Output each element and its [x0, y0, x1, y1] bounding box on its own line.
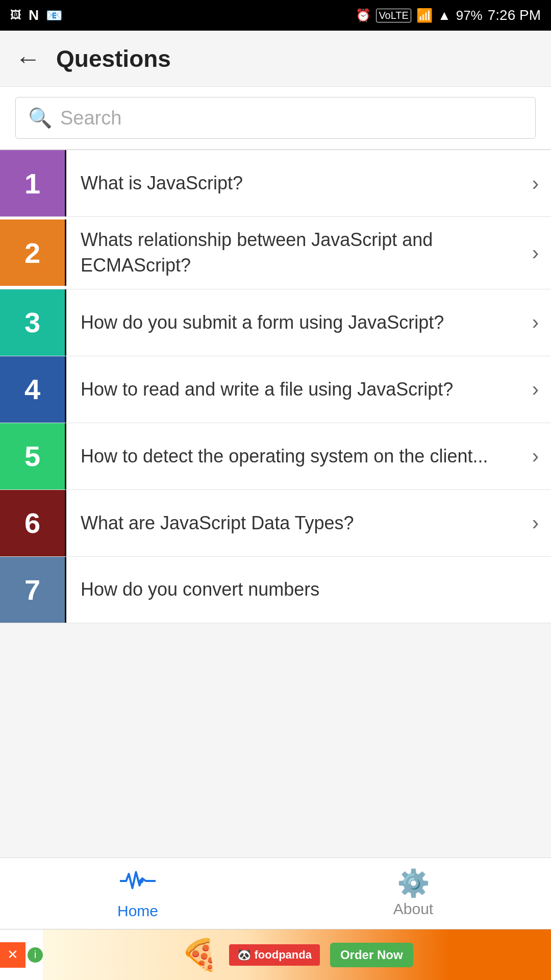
back-button[interactable]: ←	[15, 46, 41, 71]
question-item-3[interactable]: 3How do you submit a form using JavaScri…	[0, 289, 551, 356]
chevron-right-icon-2: ›	[532, 241, 551, 264]
search-bar: 🔍	[0, 87, 551, 150]
question-number-3: 3	[0, 289, 66, 356]
question-item-1[interactable]: 1What is JavaScript?›	[0, 150, 551, 217]
chevron-right-icon-6: ›	[532, 511, 551, 534]
signal-icon: ▲	[438, 8, 451, 23]
nav-item-home[interactable]: Home	[0, 868, 276, 920]
chevron-right-icon-1: ›	[532, 172, 551, 195]
question-text-2: Whats relationship between JavaScript an…	[66, 217, 532, 289]
question-text-5: How to detect the operating system on th…	[66, 433, 532, 479]
question-number-2: 2	[0, 219, 66, 286]
search-icon: 🔍	[28, 107, 52, 129]
ad-content[interactable]: 🍕 🐼 foodpanda Order Now	[43, 929, 551, 980]
question-text-7: How do you convert numbers	[66, 567, 551, 612]
ad-info-icon[interactable]: i	[28, 947, 43, 963]
bottom-nav: Home ⚙️ About	[0, 857, 551, 929]
gear-icon: ⚙️	[397, 870, 430, 896]
alarm-icon: ⏰	[356, 8, 371, 22]
svg-point-0	[139, 878, 144, 883]
order-now-button[interactable]: Order Now	[330, 943, 413, 967]
status-bar: 🖼 N 📧 ⏰ VoLTE 📶 ▲ 97% 7:26 PM	[0, 0, 551, 31]
search-input-wrapper[interactable]: 🔍	[15, 97, 536, 139]
question-text-3: How do you submit a form using JavaScrip…	[66, 300, 532, 346]
nav-item-about[interactable]: ⚙️ About	[276, 870, 551, 918]
question-text-4: How to read and write a file using JavaS…	[66, 366, 532, 412]
question-number-5: 5	[0, 423, 66, 489]
status-bar-right: ⏰ VoLTE 📶 ▲ 97% 7:26 PM	[356, 7, 541, 23]
question-item-7[interactable]: 7How do you convert numbers	[0, 557, 551, 623]
questions-list: 1What is JavaScript?›2Whats relationship…	[0, 150, 551, 623]
ad-banner: ✕ i 🍕 🐼 foodpanda Order Now	[0, 929, 551, 980]
outlook-icon: 📧	[46, 8, 62, 23]
n-icon: N	[29, 7, 39, 23]
wifi-icon: 📶	[416, 8, 433, 23]
foodpanda-logo: 🐼 foodpanda	[229, 944, 320, 966]
battery-text: 97%	[456, 8, 483, 23]
chevron-right-icon-3: ›	[532, 311, 551, 334]
question-text-1: What is JavaScript?	[66, 160, 532, 206]
question-number-4: 4	[0, 356, 66, 423]
search-input[interactable]	[60, 107, 523, 129]
app-bar: ← Questions	[0, 31, 551, 87]
nav-about-label: About	[393, 900, 433, 918]
status-bar-left: 🖼 N 📧	[10, 7, 62, 23]
volte-badge: VoLTE	[376, 9, 411, 22]
question-item-2[interactable]: 2Whats relationship between JavaScript a…	[0, 217, 551, 289]
nav-home-label: Home	[117, 902, 158, 920]
question-item-5[interactable]: 5How to detect the operating system on t…	[0, 423, 551, 490]
question-number-1: 1	[0, 150, 66, 216]
time-display: 7:26 PM	[488, 7, 541, 23]
pizza-icon: 🍕	[181, 937, 219, 973]
question-number-6: 6	[0, 490, 66, 556]
chevron-right-icon-5: ›	[532, 445, 551, 468]
question-item-4[interactable]: 4How to read and write a file using Java…	[0, 356, 551, 423]
photo-icon: 🖼	[10, 9, 21, 22]
question-item-6[interactable]: 6What are JavaScript Data Types?›	[0, 490, 551, 557]
home-pulse-icon	[120, 868, 156, 898]
ad-close-button[interactable]: ✕	[0, 942, 26, 968]
page-title: Questions	[56, 45, 171, 72]
question-number-7: 7	[0, 557, 66, 623]
question-text-6: What are JavaScript Data Types?	[66, 500, 532, 546]
chevron-right-icon-4: ›	[532, 378, 551, 401]
